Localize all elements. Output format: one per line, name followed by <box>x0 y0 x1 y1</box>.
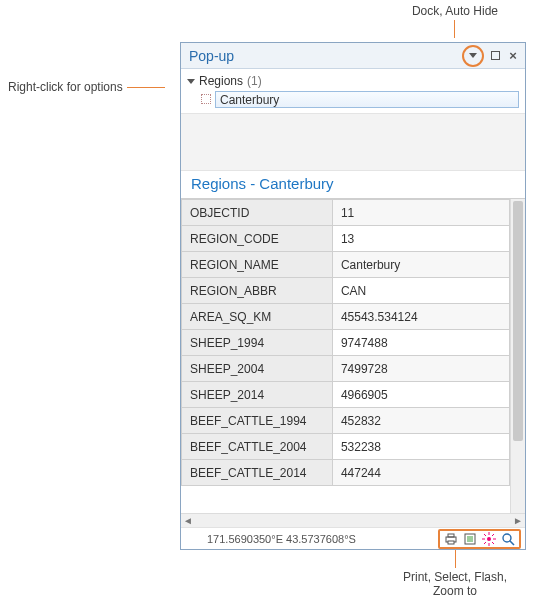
print-button[interactable] <box>443 531 459 547</box>
scroll-right-icon[interactable]: ► <box>511 515 525 526</box>
select-button[interactable] <box>462 531 478 547</box>
attr-key: AREA_SQ_KM <box>182 304 333 330</box>
horizontal-scrollbar[interactable]: ◄ ► <box>181 513 525 527</box>
svg-point-5 <box>487 537 491 541</box>
table-row[interactable]: BEEF_CATTLE_2014447244 <box>182 460 510 486</box>
attributes-section-title: Regions - Canterbury <box>181 171 525 198</box>
callout-toolbar: Print, Select, Flash, Zoom to <box>390 546 520 598</box>
window-title: Pop-up <box>189 48 462 64</box>
attr-key: SHEEP_2004 <box>182 356 333 382</box>
attr-key: REGION_ABBR <box>182 278 333 304</box>
tree-feature-row[interactable]: Canterbury <box>201 90 519 108</box>
titlebar: Pop-up × <box>181 43 525 69</box>
window-options-dropdown[interactable] <box>462 45 484 67</box>
svg-rect-1 <box>448 534 454 537</box>
table-row[interactable]: OBJECTID11 <box>182 200 510 226</box>
attr-value[interactable]: 452832 <box>332 408 509 434</box>
zoom-to-button[interactable] <box>500 531 516 547</box>
attributes-grid-wrap: OBJECTID11REGION_CODE13REGION_NAMECanter… <box>181 198 525 513</box>
table-row[interactable]: BEEF_CATTLE_2004532238 <box>182 434 510 460</box>
attr-value[interactable]: Canterbury <box>332 252 509 278</box>
table-row[interactable]: SHEEP_20047499728 <box>182 356 510 382</box>
svg-line-13 <box>484 542 486 544</box>
attr-key: OBJECTID <box>182 200 333 226</box>
expander-icon <box>187 79 195 84</box>
attr-value[interactable]: 7499728 <box>332 356 509 382</box>
attr-key: REGION_NAME <box>182 252 333 278</box>
attr-value[interactable]: 13 <box>332 226 509 252</box>
callout-top-text: Dock, Auto Hide <box>412 4 498 18</box>
feature-symbol-icon <box>201 94 211 104</box>
table-row[interactable]: REGION_ABBRCAN <box>182 278 510 304</box>
table-row[interactable]: SHEEP_19949747488 <box>182 330 510 356</box>
attr-key: SHEEP_2014 <box>182 382 333 408</box>
table-row[interactable]: BEEF_CATTLE_1994452832 <box>182 408 510 434</box>
svg-rect-2 <box>448 541 454 544</box>
attr-value[interactable]: 4966905 <box>332 382 509 408</box>
table-row[interactable]: SHEEP_20144966905 <box>182 382 510 408</box>
callout-bottom-text-2: Zoom to <box>390 584 520 598</box>
svg-point-14 <box>503 534 511 542</box>
attr-value[interactable]: 45543.534124 <box>332 304 509 330</box>
attr-key: SHEEP_1994 <box>182 330 333 356</box>
svg-line-11 <box>492 542 494 544</box>
tree-empty-area <box>181 113 525 171</box>
close-button[interactable]: × <box>505 48 521 64</box>
svg-rect-4 <box>467 536 473 542</box>
attr-key: REGION_CODE <box>182 226 333 252</box>
table-row[interactable]: AREA_SQ_KM45543.534124 <box>182 304 510 330</box>
attr-value[interactable]: 11 <box>332 200 509 226</box>
table-row[interactable]: REGION_NAMECanterbury <box>182 252 510 278</box>
callout-left-text: Right-click for options <box>8 80 123 94</box>
callout-dock-autohide: Dock, Auto Hide <box>412 4 498 38</box>
attr-value[interactable]: 532238 <box>332 434 509 460</box>
attr-key: BEEF_CATTLE_2014 <box>182 460 333 486</box>
tree-layer-row[interactable]: Regions (1) <box>187 73 519 89</box>
attr-key: BEEF_CATTLE_2004 <box>182 434 333 460</box>
feature-tree: Regions (1) Canterbury <box>181 69 525 111</box>
callout-rightclick: Right-click for options <box>8 80 165 94</box>
vertical-scrollbar-thumb[interactable] <box>513 201 523 441</box>
popup-window: Pop-up × Regions (1) Canterbury Regions … <box>180 42 526 550</box>
popup-toolbar <box>438 529 521 549</box>
attr-value[interactable]: 9747488 <box>332 330 509 356</box>
attributes-table: OBJECTID11REGION_CODE13REGION_NAMECanter… <box>181 199 510 486</box>
tree-selected-feature[interactable]: Canterbury <box>215 91 519 108</box>
attr-value[interactable]: 447244 <box>332 460 509 486</box>
svg-line-15 <box>510 541 514 545</box>
auto-hide-button[interactable] <box>487 48 503 64</box>
attr-value[interactable]: CAN <box>332 278 509 304</box>
coordinates-readout: 171.5690350°E 43.5737608°S <box>207 533 356 545</box>
attributes-grid: OBJECTID11REGION_CODE13REGION_NAMECanter… <box>181 199 510 513</box>
scroll-left-icon[interactable]: ◄ <box>181 515 195 526</box>
vertical-scrollbar[interactable] <box>510 199 525 513</box>
callout-bottom-text-1: Print, Select, Flash, <box>390 570 520 584</box>
attr-key: BEEF_CATTLE_1994 <box>182 408 333 434</box>
tree-layer-count: (1) <box>247 74 262 88</box>
tree-layer-name: Regions <box>199 74 243 88</box>
svg-line-12 <box>492 534 494 536</box>
chevron-down-icon <box>469 53 477 58</box>
flash-button[interactable] <box>481 531 497 547</box>
status-bar: 171.5690350°E 43.5737608°S <box>181 527 525 549</box>
table-row[interactable]: REGION_CODE13 <box>182 226 510 252</box>
svg-line-10 <box>484 534 486 536</box>
